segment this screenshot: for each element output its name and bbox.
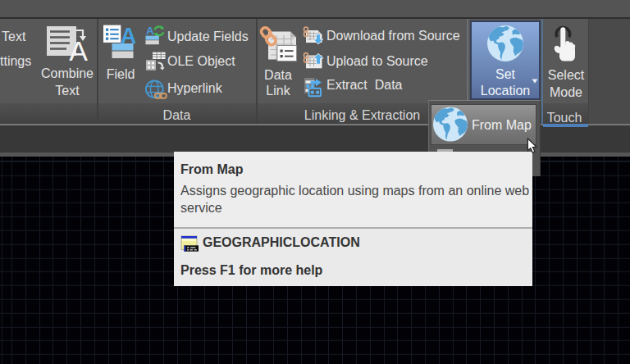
svg-text:A: A (69, 35, 88, 66)
svg-text:A: A (146, 25, 154, 37)
svg-text:A: A (121, 24, 137, 48)
